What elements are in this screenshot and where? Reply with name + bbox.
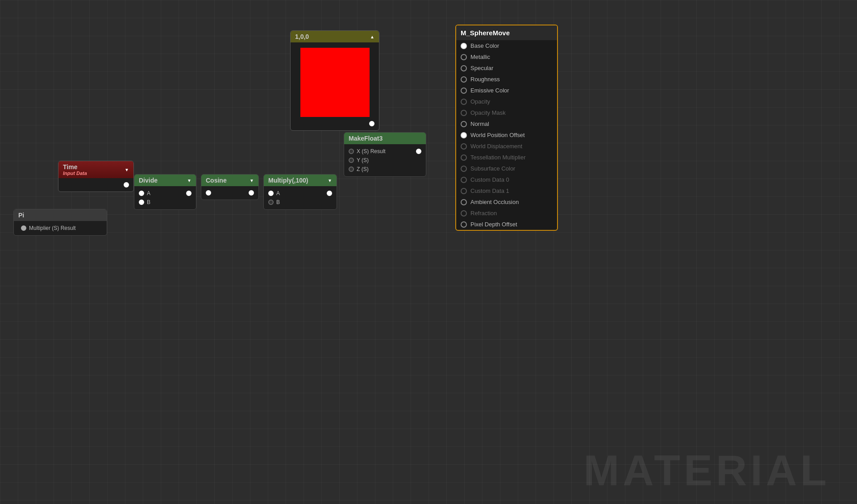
time-output-row [60, 181, 132, 189]
cosine-arrow[interactable]: ▼ [250, 178, 254, 183]
material-pin-11[interactable] [461, 166, 467, 172]
cosine-in-row [203, 189, 257, 197]
material-pin-row-7: Normal [456, 118, 557, 129]
divide-a-label: A [147, 190, 150, 196]
time-node[interactable]: Time Input Data ▼ [58, 161, 134, 192]
material-pin-10[interactable] [461, 154, 467, 161]
divide-b-row: B [136, 198, 194, 207]
multiply-b-label: B [276, 199, 280, 205]
makefloat3-x-row: X (S) Result [346, 147, 424, 156]
material-pin-15[interactable] [461, 210, 467, 217]
material-pin-row-12: Custom Data 0 [456, 174, 557, 185]
cosine-node-header: Cosine ▼ [201, 175, 258, 186]
pi-output-pin[interactable] [21, 225, 26, 231]
material-pin-2[interactable] [461, 65, 467, 71]
color-node-body [291, 42, 379, 130]
material-pin-row-5: Opacity [456, 96, 557, 107]
material-node[interactable]: M_SphereMove Base ColorMetallicSpecularR… [455, 25, 558, 231]
material-node-pins: Base ColorMetallicSpecularRoughnessEmiss… [456, 40, 557, 230]
color-node-title: 1,0,0 [295, 33, 309, 40]
makefloat3-y-in-pin[interactable] [349, 158, 354, 163]
color-output-pin-row [292, 120, 377, 128]
material-pin-row-3: Roughness [456, 74, 557, 85]
material-pin-label-12: Custom Data 0 [470, 176, 509, 183]
time-node-arrow[interactable]: ▼ [125, 167, 129, 172]
multiply-a-in-pin[interactable] [268, 191, 274, 196]
material-pin-row-0: Base Color [456, 40, 557, 51]
divide-node[interactable]: Divide ▼ A B [134, 174, 196, 210]
material-pin-label-4: Emissive Color [470, 87, 509, 94]
multiply-node-body: A B [264, 186, 337, 209]
time-output-pin[interactable] [124, 182, 129, 187]
color-node-arrow[interactable]: ▲ [370, 34, 374, 39]
material-pin-13[interactable] [461, 188, 467, 194]
multiply-node[interactable]: Multiply(,100) ▼ A B [263, 174, 337, 210]
material-pin-row-1: Metallic [456, 51, 557, 62]
material-pin-label-14: Ambient Occlusion [470, 199, 519, 205]
cosine-node[interactable]: Cosine ▼ [201, 174, 259, 200]
multiply-arrow[interactable]: ▼ [328, 178, 332, 183]
material-node-header: M_SphereMove [456, 25, 557, 40]
divide-b-in-pin[interactable] [139, 200, 144, 205]
makefloat3-z-in-pin[interactable] [349, 167, 354, 172]
multiply-b-in-pin[interactable] [268, 200, 274, 205]
material-pin-16[interactable] [461, 221, 467, 228]
multiply-b-row: B [266, 198, 335, 207]
pi-output-label: Multiplier (S) Result [29, 225, 76, 231]
material-pin-12[interactable] [461, 177, 467, 183]
pi-node-header: Pi [14, 209, 107, 221]
divide-arrow[interactable]: ▼ [187, 178, 191, 183]
multiply-node-header: Multiply(,100) ▼ [264, 175, 337, 186]
makefloat3-y-label: Y (S) [357, 157, 369, 163]
cosine-node-body [201, 186, 258, 200]
material-pin-3[interactable] [461, 76, 467, 83]
makefloat3-x-in-pin[interactable] [349, 149, 354, 154]
color-node[interactable]: 1,0,0 ▲ [290, 30, 379, 131]
material-pin-label-9: World Displacement [470, 143, 522, 150]
material-pin-label-8: World Position Offset [470, 132, 525, 138]
makefloat3-z-row: Z (S) [346, 165, 424, 174]
material-pin-row-16: Pixel Depth Offset [456, 219, 557, 230]
makefloat3-out-pin[interactable] [416, 149, 421, 154]
material-pin-1[interactable] [461, 54, 467, 60]
multiply-node-title: Multiply(,100) [268, 177, 308, 184]
material-pin-7[interactable] [461, 121, 467, 127]
material-pin-8[interactable] [461, 132, 467, 138]
material-pin-label-15: Refraction [470, 210, 497, 217]
canvas-background [0, 0, 857, 504]
pi-node[interactable]: Pi Multiplier (S) Result [13, 209, 107, 236]
divide-b-label: B [147, 199, 150, 205]
time-node-body [58, 178, 133, 192]
makefloat3-node[interactable]: MakeFloat3 X (S) Result Y (S) Z (S) [344, 132, 426, 177]
color-output-pin[interactable] [369, 121, 374, 126]
material-pin-14[interactable] [461, 199, 467, 205]
divide-out-pin[interactable] [186, 191, 191, 196]
cosine-node-title: Cosine [206, 177, 227, 184]
material-pin-row-11: Subsurface Color [456, 163, 557, 174]
material-pin-row-8: World Position Offset [456, 129, 557, 141]
divide-a-in-pin[interactable] [139, 191, 144, 196]
makefloat3-x-label: X (S) Result [357, 148, 386, 154]
makefloat3-z-label: Z (S) [357, 166, 369, 172]
material-pin-label-13: Custom Data 1 [470, 187, 509, 194]
material-pin-9[interactable] [461, 143, 467, 150]
time-node-title: Time [63, 163, 87, 171]
material-pin-0[interactable] [461, 43, 467, 49]
multiply-a-label: A [276, 190, 280, 196]
multiply-out-pin[interactable] [327, 191, 332, 196]
material-pin-row-13: Custom Data 1 [456, 185, 557, 196]
material-pin-6[interactable] [461, 110, 467, 116]
material-pin-5[interactable] [461, 99, 467, 105]
cosine-out-pin[interactable] [249, 190, 254, 196]
material-pin-label-1: Metallic [470, 54, 490, 60]
time-node-header: Time Input Data ▼ [58, 161, 133, 178]
makefloat3-y-row: Y (S) [346, 156, 424, 165]
multiply-a-row: A [266, 189, 335, 198]
cosine-in-pin[interactable] [206, 190, 211, 196]
material-pin-label-0: Base Color [470, 42, 499, 49]
material-pin-4[interactable] [461, 87, 467, 94]
time-node-subtitle: Input Data [63, 171, 87, 176]
material-pin-row-6: Opacity Mask [456, 107, 557, 118]
material-pin-label-6: Opacity Mask [470, 109, 506, 116]
material-pin-label-2: Specular [470, 65, 493, 71]
